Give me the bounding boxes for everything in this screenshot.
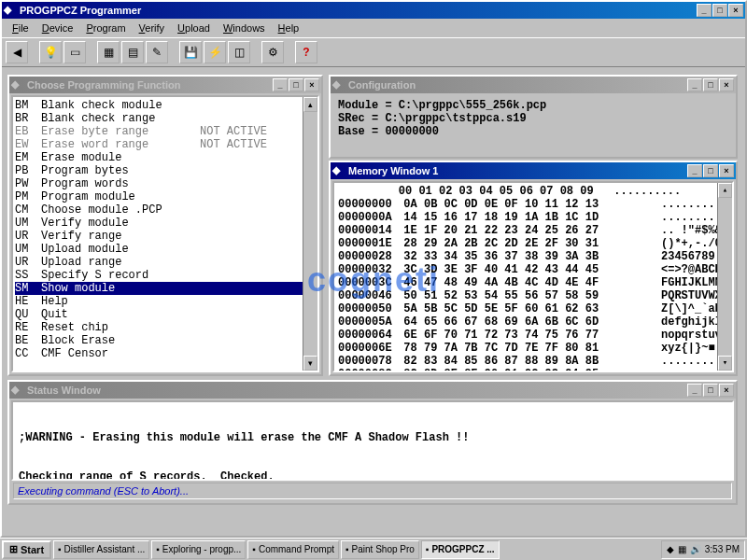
menu-help[interactable]: Help: [272, 21, 306, 35]
memory-row: 000000646E 6F 70 71 72 73 74 75 76 77 no…: [338, 329, 728, 342]
functions-titlebar[interactable]: ◆ Choose Programming Function _ □ ×: [9, 77, 321, 93]
minimize-button[interactable]: _: [687, 384, 702, 397]
menu-upload[interactable]: Upload: [171, 21, 217, 35]
memory-title: Memory Window 1: [348, 165, 687, 176]
maximize-button[interactable]: □: [703, 384, 718, 397]
function-row-he[interactable]: HEHelp: [15, 295, 316, 308]
system-tray[interactable]: ◆ ▦ 🔊 3:53 PM: [661, 540, 745, 559]
memory-row: 000000323C 3D 3E 3F 40 41 42 43 44 45 <=…: [338, 263, 728, 276]
status-window: ◆ Status Window _ □ × ;WARNING - Erasing…: [7, 380, 738, 505]
edit-button[interactable]: ✎: [146, 41, 168, 63]
memory-row: 000000141E 1F 20 21 22 23 24 25 26 27 ..…: [338, 224, 728, 237]
function-row-pw[interactable]: PWProgram words: [15, 177, 316, 190]
function-row-pm[interactable]: PMProgram module: [15, 190, 316, 203]
save2-button[interactable]: ⚡: [204, 41, 226, 63]
memory-row: 000000000A 0B 0C 0D 0E 0F 10 11 12 13 ..…: [338, 198, 728, 211]
function-row-pb[interactable]: PBProgram bytes: [15, 164, 316, 177]
function-row-bm[interactable]: BMBlank check module: [15, 99, 316, 112]
grid-button[interactable]: ▦: [97, 41, 120, 63]
status-title: Status Window: [27, 385, 687, 396]
memory-titlebar[interactable]: ◆ Memory Window 1 _ □ ×: [331, 162, 736, 179]
function-row-br[interactable]: BRBlank check range: [15, 112, 316, 125]
function-row-ew[interactable]: EWErase word rangeNOT ACTIVE: [15, 138, 316, 151]
main-titlebar[interactable]: ◆ PROGPPCZ Programmer _ □ ×: [2, 2, 745, 19]
scrollbar[interactable]: ▴ ▾: [303, 97, 317, 371]
config-titlebar[interactable]: ◆ Configuration _ □ ×: [331, 77, 736, 93]
config-title: Configuration: [348, 79, 687, 91]
bulb-button[interactable]: 💡: [39, 41, 62, 63]
function-row-ur[interactable]: URUpload range: [15, 256, 316, 269]
close-button[interactable]: ×: [719, 78, 734, 91]
function-row-ur[interactable]: URVerify range: [15, 230, 316, 243]
config-srec: SRec = C:\prgppc\tstppca.s19: [338, 112, 728, 125]
save-button[interactable]: 💾: [179, 41, 202, 63]
config-body: Module = C:\prgppc\555_256k.pcp SRec = C…: [332, 95, 734, 155]
maximize-button[interactable]: □: [289, 78, 303, 91]
menu-program[interactable]: Program: [79, 21, 132, 35]
function-row-cc[interactable]: CCCMF Censor: [15, 347, 316, 360]
config-icon: ◆: [332, 78, 345, 91]
memory-row: 0000004650 51 52 53 54 55 56 57 58 59 PQ…: [338, 289, 728, 302]
function-row-um[interactable]: UMVerify module: [15, 217, 316, 230]
scroll-down-button[interactable]: ▾: [303, 356, 317, 371]
maximize-button[interactable]: □: [712, 4, 727, 17]
scroll-down-button[interactable]: ▾: [718, 356, 732, 371]
form-button[interactable]: ▤: [121, 41, 144, 63]
task-button[interactable]: ▪PROGPPCZ ...: [421, 540, 500, 559]
function-row-cm[interactable]: CMChoose module .PCP: [15, 203, 316, 217]
minimize-button[interactable]: _: [687, 164, 702, 177]
status-line: ;WARNING - Erasing this module will eras…: [19, 431, 726, 444]
start-button[interactable]: ⊞ Start: [2, 540, 51, 559]
menu-windows[interactable]: Windows: [217, 21, 272, 35]
tray-icon[interactable]: ▦: [678, 544, 686, 554]
function-row-be[interactable]: BEBlock Erase: [15, 334, 316, 347]
config-button[interactable]: ⚙: [261, 41, 284, 63]
maximize-button[interactable]: □: [703, 78, 718, 91]
close-button[interactable]: ×: [719, 164, 734, 177]
function-row-re[interactable]: REReset chip: [15, 321, 316, 334]
main-window: ◆ PROGPPCZ Programmer _ □ × File Device …: [0, 0, 747, 538]
scroll-up-button[interactable]: ▴: [303, 97, 317, 112]
function-row-sm[interactable]: SMShow module: [15, 282, 316, 295]
minimize-button[interactable]: _: [273, 78, 288, 91]
app-icon: ◆: [4, 4, 17, 17]
chip-button[interactable]: ▭: [63, 41, 86, 63]
functions-window: ◆ Choose Programming Function _ □ × BMBl…: [7, 75, 323, 376]
functions-list[interactable]: BMBlank check moduleBRBlank check rangeE…: [13, 97, 317, 362]
menu-device[interactable]: Device: [35, 21, 80, 35]
task-button[interactable]: ▪Command Prompt: [247, 540, 339, 559]
function-row-ss[interactable]: SSSpecify S record: [15, 269, 316, 282]
function-row-eb[interactable]: EBErase byte rangeNOT ACTIVE: [15, 125, 316, 138]
menu-file[interactable]: File: [6, 21, 35, 35]
menu-verify[interactable]: Verify: [133, 21, 172, 35]
memory-row: 0000007882 83 84 85 86 87 88 89 8A 8B ..…: [338, 355, 728, 368]
scrollbar[interactable]: ▴ ▾: [717, 183, 732, 371]
clock: 3:53 PM: [705, 544, 740, 554]
memory-row: 0000000A14 15 16 17 18 19 1A 1B 1C 1D ..…: [338, 211, 728, 224]
task-button[interactable]: ▪Exploring - progp...: [151, 540, 246, 559]
back-button[interactable]: ◀: [6, 41, 28, 63]
functions-icon: ◆: [11, 78, 24, 91]
task-button[interactable]: ▪Paint Shop Pro: [341, 540, 419, 559]
memory-row: 000000505A 5B 5C 5D 5E 5F 60 61 62 63 Z[…: [338, 302, 728, 315]
memory-icon: ◆: [332, 164, 345, 177]
status-titlebar[interactable]: ◆ Status Window _ □ ×: [9, 382, 736, 399]
status-line: Checking range of S records. Checked.: [19, 470, 726, 481]
tray-icon[interactable]: ◆: [667, 544, 674, 554]
memory-row: 0000001E28 29 2A 2B 2C 2D 2E 2F 30 31 ()…: [338, 237, 728, 250]
function-row-em[interactable]: EMErase module: [15, 151, 316, 164]
function-row-um[interactable]: UMUpload module: [15, 243, 316, 256]
minimize-button[interactable]: _: [687, 78, 702, 91]
close-button[interactable]: ×: [304, 78, 319, 91]
help-button[interactable]: ?: [295, 41, 317, 63]
tray-icon[interactable]: 🔊: [690, 544, 701, 554]
close-button[interactable]: ×: [728, 4, 743, 17]
db-button[interactable]: ◫: [228, 41, 250, 63]
function-row-qu[interactable]: QUQuit: [15, 308, 316, 321]
memory-body[interactable]: 000000000A 0B 0C 0D 0E 0F 10 11 12 13 ..…: [338, 198, 728, 372]
minimize-button[interactable]: _: [697, 4, 712, 17]
scroll-up-button[interactable]: ▴: [718, 183, 732, 198]
maximize-button[interactable]: □: [703, 164, 718, 177]
task-button[interactable]: ▪Distiller Assistant ...: [53, 540, 149, 559]
close-button[interactable]: ×: [719, 384, 734, 397]
